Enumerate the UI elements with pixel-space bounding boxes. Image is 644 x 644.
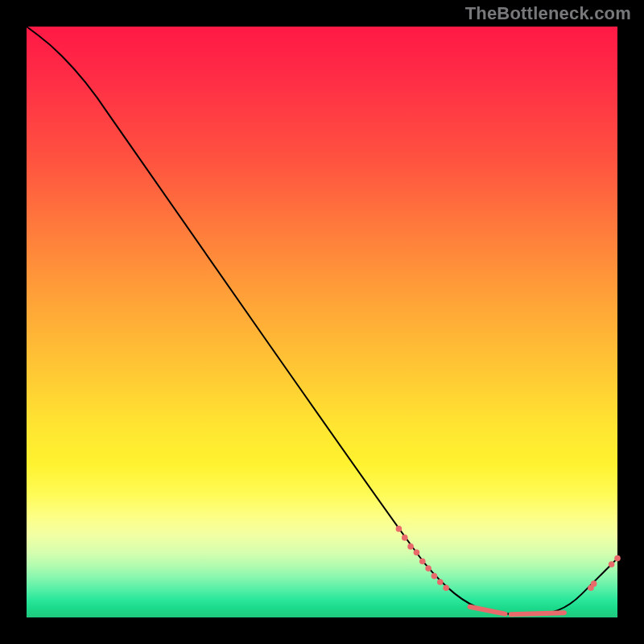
highlight-dot — [425, 565, 431, 572]
chart-svg — [27, 27, 617, 617]
highlight-segment — [470, 607, 506, 614]
highlight-dot — [431, 573, 438, 580]
curve-path — [27, 27, 617, 614]
plot-area — [27, 27, 617, 617]
highlight-dot — [591, 580, 597, 587]
highlight-dot — [609, 561, 615, 568]
highlight-dot — [437, 579, 444, 585]
highlight-dot — [407, 543, 414, 550]
highlight-dot — [443, 585, 449, 592]
highlight-segment — [511, 613, 564, 614]
watermark-text: TheBottleneck.com — [465, 3, 631, 24]
highlight-dot — [419, 558, 426, 564]
data-overlay — [396, 526, 621, 614]
highlight-dot — [396, 526, 402, 532]
highlight-dot — [614, 555, 621, 562]
highlight-dot — [414, 549, 420, 555]
highlight-dot — [402, 535, 408, 541]
chart-frame: TheBottleneck.com — [0, 0, 644, 644]
